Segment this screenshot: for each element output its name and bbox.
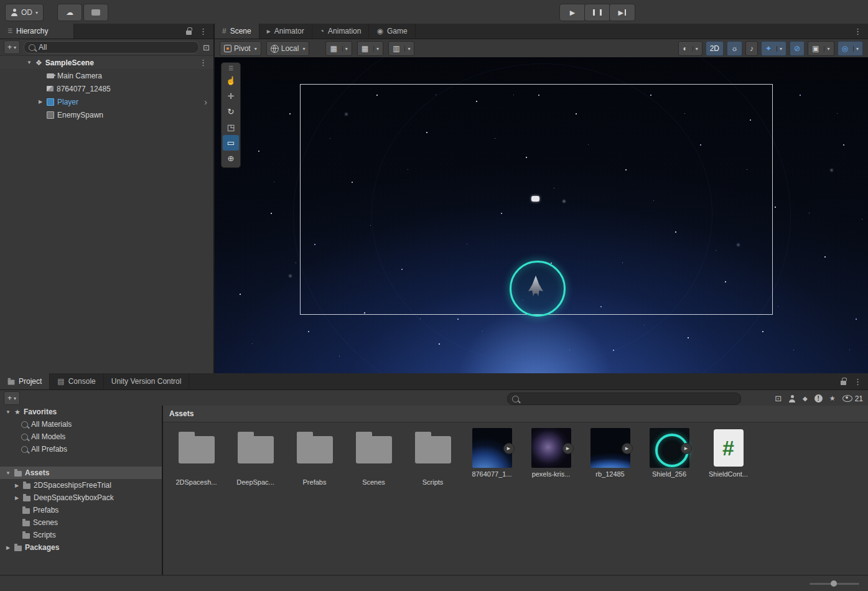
draw-mode-dropdown[interactable]: ◐ ▾: [678, 41, 702, 56]
scene-lighting-toggle[interactable]: ☼: [727, 41, 742, 56]
play-button[interactable]: ▶: [559, 4, 586, 21]
hierarchy-item-player[interactable]: ▶ Player ›: [0, 95, 213, 108]
handle-rotation-dropdown[interactable]: Local ▾: [266, 41, 310, 56]
prefab-open-chevron-icon[interactable]: ›: [204, 97, 207, 107]
pivot-dropdown[interactable]: Pivot ▾: [220, 41, 261, 56]
kebab-menu-icon[interactable]: ⋮: [199, 58, 207, 67]
cloud-button[interactable]: ☁: [57, 4, 82, 21]
light-bulb-icon: ☼: [731, 44, 738, 53]
scene-visibility-toggle[interactable]: ⊘: [790, 41, 805, 56]
sidebar-item-deepspace[interactable]: ▶ DeepSpaceSkyboxPack: [0, 491, 162, 504]
scene-audio-toggle[interactable]: ♪: [745, 41, 758, 56]
sidebar-item-2dspaceships[interactable]: ▶ 2DSpaceshipsFreeTrial: [0, 479, 162, 491]
picker-icon[interactable]: ⊡: [203, 43, 210, 52]
camera-settings-dropdown[interactable]: ▣ ▾: [808, 41, 834, 56]
mode-2d-toggle[interactable]: 2D: [706, 41, 724, 56]
asset-folder-scenes[interactable]: Scenes: [344, 428, 403, 488]
account-label: OD: [21, 8, 32, 17]
hierarchy-item-scene[interactable]: ▼ ❖ SampleScene ⋮: [0, 56, 213, 69]
transform-tool[interactable]: ⊕: [223, 151, 239, 166]
hierarchy-search-input[interactable]: All: [24, 41, 199, 54]
kebab-menu-icon[interactable]: ⋮: [199, 27, 207, 35]
asset-store-icon[interactable]: [788, 395, 796, 403]
planet-thumbnail: ▶: [472, 428, 512, 468]
asset-folder-prefabs[interactable]: Prefabs: [285, 428, 344, 488]
asset-folder-2dspaceships[interactable]: 2DSpacesh...: [167, 428, 226, 488]
snap-increment-button[interactable]: ▥ ▾: [388, 41, 414, 56]
asset-script-shieldcontroller[interactable]: # ShieldCont...: [699, 428, 758, 488]
asset-image-pexels[interactable]: ▶ pexels-kris...: [521, 428, 581, 488]
open-in-search-icon[interactable]: ⊡: [775, 394, 782, 403]
tab-animator[interactable]: ▸ Animator: [259, 24, 312, 39]
step-button[interactable]: ▶: [609, 4, 635, 21]
scale-tool[interactable]: ◳: [223, 119, 239, 135]
sidebar-all-materials[interactable]: All Materials: [0, 418, 162, 430]
asset-image-rb12485[interactable]: ▶ rb_12485: [581, 428, 640, 488]
pause-button[interactable]: [584, 4, 610, 21]
sidebar-all-models[interactable]: All Models: [0, 430, 162, 443]
foldout-closed-icon[interactable]: ▶: [37, 99, 44, 105]
lock-icon[interactable]: [841, 381, 846, 385]
tab-project[interactable]: Project: [0, 373, 50, 389]
animator-icon: ▸: [267, 27, 271, 35]
asset-folder-deepspace[interactable]: DeepSpac...: [226, 428, 285, 488]
tab-version-control[interactable]: Unity Version Control: [104, 373, 190, 389]
folder-icon: [297, 436, 333, 463]
camera-icon: ▣: [812, 44, 819, 53]
slider-thumb[interactable]: [831, 580, 837, 587]
view-hand-tool[interactable]: ☝: [223, 73, 239, 88]
hidden-count: 21: [855, 394, 863, 403]
kebab-menu-icon[interactable]: ⋮: [854, 378, 862, 386]
asset-folder-scripts[interactable]: Scripts: [403, 428, 462, 488]
favorites-star-icon[interactable]: ★: [829, 394, 836, 403]
kebab-menu-icon[interactable]: ⋮: [854, 27, 862, 35]
rect-tool[interactable]: ▭: [223, 135, 239, 151]
hierarchy-item-background[interactable]: 8764077_12485: [0, 82, 213, 95]
tab-game[interactable]: ◉ Game: [369, 24, 415, 39]
label-tag-icon[interactable]: ◆: [803, 395, 808, 402]
toolbar-drag-handle[interactable]: ☰: [223, 64, 239, 73]
expand-badge-icon[interactable]: ▶: [681, 443, 692, 454]
enemy-sprite[interactable]: [531, 196, 539, 202]
sidebar-packages[interactable]: ▶ Packages: [0, 541, 162, 554]
create-asset-button[interactable]: + ▾: [4, 391, 20, 405]
asset-grid: 2DSpacesh... DeepSpac... Prefabs Scenes …: [167, 428, 758, 488]
gizmos-dropdown[interactable]: ◎ ▾: [838, 41, 864, 56]
sidebar-item-scenes[interactable]: Scenes: [0, 516, 162, 529]
sidebar-item-scripts[interactable]: Scripts: [0, 529, 162, 541]
expand-badge-icon[interactable]: ▶: [503, 443, 515, 454]
services-button[interactable]: [83, 4, 108, 21]
project-search-input[interactable]: [507, 393, 741, 405]
asset-image-shield256[interactable]: ▶ Shield_256: [640, 428, 699, 488]
scene-viewport[interactable]: ☰ ☝ ✛ ↻ ◳ ▭ ⊕: [215, 57, 868, 373]
shading-sphere-icon: ◐: [683, 44, 687, 53]
effects-icon: ✦: [765, 44, 772, 53]
tab-animation[interactable]: ◔ Animation: [312, 24, 370, 39]
account-button[interactable]: OD ▾: [5, 4, 44, 21]
add-object-button[interactable]: + ▾: [4, 40, 20, 54]
snap-settings-button[interactable]: ▦ ▾: [357, 41, 383, 56]
search-icon: [21, 434, 28, 440]
sidebar-assets-root[interactable]: ▼ Assets: [0, 467, 162, 479]
rotate-tool[interactable]: ↻: [223, 104, 239, 119]
thumbnail-size-slider[interactable]: [810, 583, 859, 585]
expand-badge-icon[interactable]: ▶: [562, 443, 574, 454]
sidebar-item-prefabs[interactable]: Prefabs: [0, 504, 162, 516]
expand-badge-icon[interactable]: ▶: [622, 443, 633, 454]
grid-visibility-button[interactable]: ▦ ▾: [325, 41, 352, 56]
hidden-count-toggle[interactable]: 21: [842, 394, 863, 403]
tab-hierarchy[interactable]: ☰ Hierarchy: [0, 24, 74, 39]
sidebar-favorites[interactable]: ▼ ★ Favorites: [0, 406, 162, 418]
project-toolbar: + ▾ ⊡ ◆ ! ★ 21: [0, 390, 868, 407]
warning-icon[interactable]: !: [814, 394, 823, 403]
hierarchy-item-enemyspawn[interactable]: EnemySpawn: [0, 108, 213, 121]
tab-console[interactable]: ▤ Console: [50, 373, 103, 389]
move-tool[interactable]: ✛: [223, 88, 239, 104]
foldout-open-icon[interactable]: ▼: [26, 60, 32, 65]
sidebar-all-prefabs[interactable]: All Prefabs: [0, 443, 162, 455]
lock-icon[interactable]: [186, 30, 192, 35]
effects-dropdown[interactable]: ✦ ▾: [761, 41, 786, 56]
hierarchy-item-main-camera[interactable]: Main Camera: [0, 69, 213, 82]
asset-image-8764077[interactable]: ▶ 8764077_1...: [462, 428, 521, 488]
tab-scene[interactable]: # Scene: [215, 24, 259, 39]
